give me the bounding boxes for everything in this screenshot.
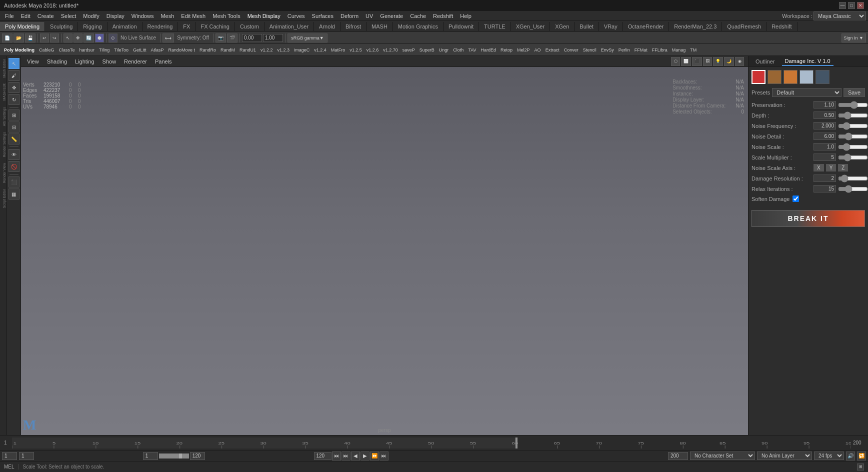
hide-tool-left[interactable]: 🚫 — [8, 161, 20, 172]
tab-turtle[interactable]: TURTLE — [479, 22, 511, 31]
swatch-red[interactable] — [752, 70, 766, 84]
transport-end-btn[interactable]: ⏭ — [380, 452, 388, 460]
menu-redshift[interactable]: Redshift — [430, 12, 456, 20]
sub-v1270[interactable]: v1.2.70 — [381, 46, 400, 54]
viewport-menu-renderer[interactable]: Renderer — [122, 58, 149, 66]
sub-cableG[interactable]: CableG — [37, 46, 56, 54]
swatch-brown[interactable] — [768, 70, 782, 84]
tab-bifrost[interactable]: Bifrost — [340, 22, 366, 31]
vp-smooth[interactable]: ⬛ — [692, 57, 702, 66]
menu-surfaces[interactable]: Surfaces — [309, 12, 336, 20]
workspace-dropdown[interactable]: Maya Classic Maya Standard — [814, 12, 866, 20]
sub-extract[interactable]: Extract — [544, 46, 562, 54]
tab-quadremesh[interactable]: QuadRemesh — [722, 22, 766, 31]
save-preset-btn[interactable]: Save — [844, 88, 865, 97]
frame-current-input[interactable] — [19, 452, 34, 460]
measure-tool-left[interactable]: 📏 — [8, 134, 20, 144]
tab-mash[interactable]: MASH — [366, 22, 393, 31]
col-label-script[interactable]: Script Editor — [0, 186, 6, 211]
sub-randro[interactable]: RandRo — [198, 46, 218, 54]
close-button[interactable]: ✕ — [857, 2, 864, 9]
menu-modify[interactable]: Modify — [80, 12, 102, 20]
redo-btn[interactable]: ↪ — [50, 34, 59, 42]
tab-fx-caching[interactable]: FX Caching — [196, 22, 234, 31]
tab-animation[interactable]: Animation — [108, 22, 142, 31]
char-set-dropdown[interactable]: No Character Set — [690, 452, 755, 460]
noise-detail-value[interactable]: 6.00 — [814, 132, 836, 140]
tab-pulldownit[interactable]: Pulldownit — [444, 22, 479, 31]
minimize-button[interactable]: — — [839, 2, 846, 9]
menu-uv[interactable]: UV — [362, 12, 376, 20]
swatch-orange[interactable] — [784, 70, 798, 84]
tab-rendering[interactable]: Rendering — [142, 22, 178, 31]
sub-v124[interactable]: v1.2.4 — [312, 46, 328, 54]
viewport-3d[interactable]: x y z Verts 223210 0 0 — [21, 67, 748, 435]
menu-deform[interactable]: Deform — [338, 12, 362, 20]
tab-poly-modeling[interactable]: Poly Modeling — [0, 22, 45, 31]
sub-savep[interactable]: saveP — [400, 46, 417, 54]
sub-randm[interactable]: RandM — [218, 46, 237, 54]
tab-redshift[interactable]: Redshift — [766, 22, 797, 31]
col-label-mesh-editor[interactable]: Mesh Editor — [0, 56, 6, 80]
rotate-tool-btn[interactable]: 🔄 — [84, 34, 94, 42]
menu-windows[interactable]: Windows — [128, 12, 157, 20]
sub-mel2p[interactable]: Mel2P — [515, 46, 532, 54]
range-slider[interactable] — [159, 454, 189, 458]
open-scene-btn[interactable]: 📂 — [14, 34, 24, 42]
break-it-button[interactable]: BREAK IT — [752, 210, 865, 227]
tab-rigging[interactable]: Rigging — [78, 22, 107, 31]
menu-help[interactable]: Help — [457, 12, 474, 20]
viewport-menu-panels[interactable]: Panels — [153, 58, 174, 66]
symmetry-btn[interactable]: ⟷ — [162, 34, 174, 42]
scale-mult-value[interactable]: 5 — [814, 154, 836, 161]
menu-mesh[interactable]: Mesh — [158, 12, 177, 20]
render-btn[interactable]: 🎬 — [227, 34, 238, 42]
undo-btn[interactable]: ↩ — [40, 34, 49, 42]
move-tool-btn[interactable]: ✥ — [74, 34, 82, 42]
rpanel-tab-outliner[interactable]: Outliner — [752, 58, 778, 66]
maximize-button[interactable]: □ — [848, 2, 855, 9]
tab-xgen-user[interactable]: XGen_User — [511, 22, 550, 31]
select-tool-left[interactable]: ↖ — [8, 58, 20, 69]
status-expand-btn[interactable]: ⊞ — [857, 464, 864, 470]
tab-motion-graphics[interactable]: Motion Graphics — [393, 22, 444, 31]
axis-y-btn[interactable]: Y — [826, 164, 836, 172]
viewport-container[interactable]: View Shading Lighting Show Renderer Pane… — [21, 56, 748, 435]
transport-play-btn[interactable]: ▶ — [360, 452, 370, 460]
menu-file[interactable]: File — [2, 12, 17, 20]
sub-imagec[interactable]: imageC — [292, 46, 312, 54]
menu-create[interactable]: Create — [34, 12, 57, 20]
anim-layer-dropdown[interactable]: No Anim Layer — [757, 452, 812, 460]
new-scene-btn[interactable]: 📄 — [2, 34, 12, 42]
sub-hardedr[interactable]: HardEd — [479, 46, 498, 54]
max-frame-input[interactable] — [668, 452, 688, 460]
presets-dropdown[interactable]: Default — [772, 88, 842, 97]
range-start-input[interactable] — [143, 452, 158, 460]
fps-dropdown[interactable]: 24 fps — [814, 452, 844, 460]
rpanel-tab-damage-inc[interactable]: Damage Inc. V 1.0 — [782, 57, 834, 66]
menu-cache[interactable]: Cache — [407, 12, 429, 20]
vp-shadows[interactable]: 🌙 — [724, 57, 734, 66]
tab-vray[interactable]: VRay — [599, 22, 623, 31]
sub-tiling[interactable]: Tiling — [97, 46, 112, 54]
sub-cloth[interactable]: Cloth — [451, 46, 466, 54]
vp-select-mask[interactable]: ⬡ — [671, 57, 680, 66]
col-label-render-view[interactable]: Render View — [0, 160, 6, 186]
sub-tav[interactable]: TAV — [466, 46, 478, 54]
sub-ranmove[interactable]: RandoMove t — [166, 46, 197, 54]
sub-matfro[interactable]: MatFro — [329, 46, 348, 54]
col-label-mash[interactable]: MASH Edit — [0, 80, 6, 104]
relax-iter-value[interactable]: 15 — [814, 185, 836, 192]
sub-poly-modeling[interactable]: Poly Modeling — [2, 46, 36, 54]
noise-scale-slider[interactable] — [838, 144, 868, 150]
sub-v123[interactable]: v1.2.3 — [276, 46, 292, 54]
vp-lights[interactable]: 💡 — [713, 57, 723, 66]
noise-freq-slider[interactable] — [838, 122, 868, 130]
tab-renderman[interactable]: RenderMan_22.3 — [669, 22, 722, 31]
range-end-input[interactable] — [190, 452, 205, 460]
vp-ao[interactable]: ◉ — [735, 57, 744, 66]
sub-getlitt[interactable]: GetLitt — [131, 46, 148, 54]
sub-perlin[interactable]: Perlin — [616, 46, 632, 54]
select-tool-btn[interactable]: ↖ — [64, 34, 72, 42]
tab-sculpting[interactable]: Sculpting — [45, 22, 78, 31]
